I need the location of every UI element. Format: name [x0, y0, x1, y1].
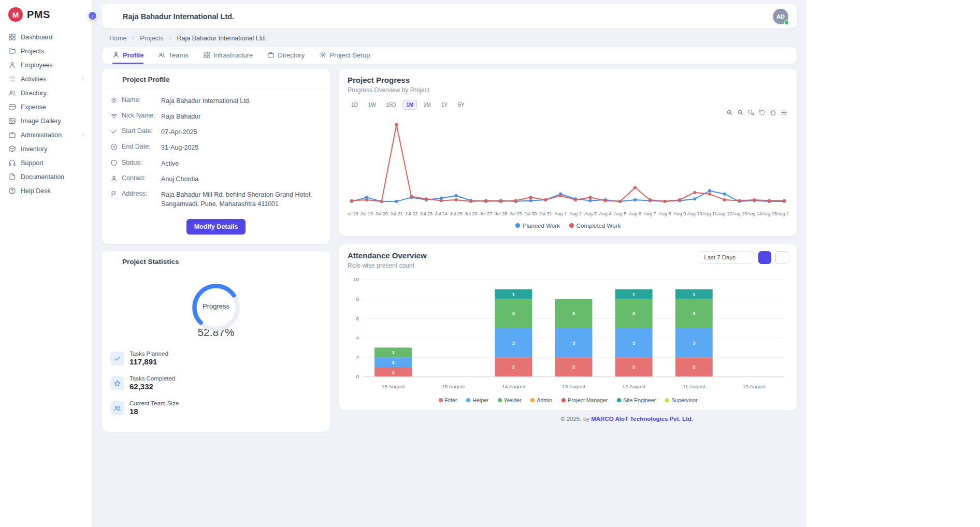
- attendance-bar-chart[interactable]: 024681016 August11115 August14 August233…: [348, 275, 788, 396]
- sidebar-nav: DashboardProjectsEmployeesActivitiesDire…: [0, 30, 92, 198]
- apps-grid-icon[interactable]: [755, 12, 765, 21]
- profile-field-nick-name: Nick Name:Raja Bahadur: [102, 109, 330, 124]
- sidebar-item-expense[interactable]: Expense: [0, 100, 92, 114]
- tab-project-setup[interactable]: Project Setup: [319, 47, 370, 64]
- svg-text:Aug 7: Aug 7: [644, 211, 656, 216]
- range-button-1w[interactable]: 1W: [365, 100, 380, 110]
- sidebar-item-documentation[interactable]: Documentation: [0, 170, 92, 184]
- footer: © 2025, by MARCO AIoT Technologies Pvt. …: [339, 411, 797, 422]
- range-button-5y[interactable]: 5Y: [454, 100, 468, 110]
- menu-icon[interactable]: [781, 109, 787, 116]
- sidebar-item-help-desk[interactable]: Help Desk: [0, 184, 92, 198]
- legend-dot: [561, 398, 566, 402]
- building-icon: [110, 12, 119, 21]
- chart-title: Project Progress: [348, 76, 788, 84]
- stat-label: Current Team Size: [129, 400, 179, 406]
- svg-text:Aug 10: Aug 10: [687, 211, 702, 216]
- legend-label: Project Manager: [568, 397, 608, 403]
- modify-details-button[interactable]: Modify Details: [186, 219, 246, 235]
- chart-title: Attendance Overview: [348, 251, 427, 260]
- stat-value: 62,332: [129, 382, 175, 391]
- legend-label: Planned Work: [523, 223, 560, 229]
- tab-directory[interactable]: Directory: [267, 47, 305, 64]
- legend-item-welder[interactable]: Welder: [498, 397, 521, 403]
- svg-text:1: 1: [512, 291, 515, 297]
- users-icon: [8, 89, 16, 97]
- field-label: Status:: [122, 159, 157, 168]
- date-range-select[interactable]: Last 7 Days: [699, 251, 754, 264]
- sidebar-item-inventory[interactable]: Inventory: [0, 142, 92, 156]
- file-icon: [8, 173, 16, 181]
- topbar-actions: AD: [755, 9, 788, 24]
- range-button-3m[interactable]: 3M: [420, 100, 435, 110]
- zoom-select-icon[interactable]: [748, 109, 755, 116]
- restore-icon[interactable]: [759, 109, 766, 116]
- tab-teams[interactable]: Teams: [158, 47, 188, 64]
- avatar[interactable]: AD: [773, 9, 788, 24]
- breadcrumb-item-projects[interactable]: Projects: [140, 35, 163, 42]
- legend-item-planned-work[interactable]: Planned Work: [515, 223, 560, 229]
- zoom-in-icon[interactable]: [726, 109, 733, 116]
- svg-text:Aug 1: Aug 1: [554, 211, 567, 216]
- svg-text:Jul 21: Jul 21: [390, 211, 402, 216]
- legend-item-fitter[interactable]: Fitter: [439, 397, 457, 403]
- table-view-button[interactable]: [775, 251, 788, 264]
- sidebar-item-label: Image Gallery: [21, 118, 85, 125]
- legend-item-admin[interactable]: Admin: [530, 397, 552, 403]
- legend-item-helper[interactable]: Helper: [466, 397, 488, 403]
- legend-dot: [515, 223, 520, 228]
- legend-item-completed-work[interactable]: Completed Work: [569, 223, 621, 229]
- svg-text:Aug 14: Aug 14: [747, 211, 762, 216]
- progress-line-chart[interactable]: Jul 18Jul 19Jul 20Jul 21Jul 22Jul 23Jul …: [348, 117, 788, 221]
- chevron-down-icon[interactable]: [238, 13, 246, 20]
- users-icon: [110, 401, 124, 415]
- range-button-1m[interactable]: 1M: [402, 100, 417, 110]
- check-icon: [110, 128, 118, 135]
- svg-text:2: 2: [512, 364, 515, 370]
- bar-chart-view-button[interactable]: [758, 251, 771, 264]
- svg-text:Aug 3: Aug 3: [584, 211, 597, 216]
- field-label: Name:: [122, 96, 157, 106]
- sidebar-collapse-button[interactable]: ‹: [88, 11, 97, 21]
- sidebar-item-administration[interactable]: Administration: [0, 128, 92, 142]
- sidebar-item-label: Help Desk: [21, 187, 85, 195]
- chart-subtitle: Progress Overview by Project: [348, 86, 788, 94]
- gear-icon: [319, 51, 326, 58]
- svg-text:15 August: 15 August: [442, 383, 465, 389]
- wifi-icon: [110, 112, 118, 120]
- sidebar-item-activities[interactable]: Activities: [0, 72, 92, 86]
- svg-text:Aug 13: Aug 13: [732, 211, 747, 216]
- legend-item-site-engineer[interactable]: Site Engineer: [617, 397, 656, 403]
- footer-link[interactable]: MARCO AIoT Technologies Pvt. Ltd.: [591, 416, 693, 422]
- sidebar-item-directory[interactable]: Directory: [0, 86, 92, 100]
- svg-text:3: 3: [693, 311, 696, 316]
- gauge-label: Progress: [189, 302, 243, 310]
- tab-infrastructure[interactable]: Infrastructure: [203, 47, 253, 64]
- legend-item-supervisor[interactable]: Supervisor: [665, 397, 697, 403]
- sidebar-item-projects[interactable]: Projects: [0, 44, 92, 58]
- breadcrumb-item-home[interactable]: Home: [109, 35, 126, 42]
- content-area: Project Profile Name:Raja Bahadur Intern…: [102, 69, 797, 432]
- sidebar-item-employees[interactable]: Employees: [0, 58, 92, 72]
- sidebar-item-support[interactable]: Support: [0, 156, 92, 170]
- range-button-1d[interactable]: 1D: [348, 100, 362, 110]
- legend-item-project-manager[interactable]: Project Manager: [561, 397, 608, 403]
- sidebar-item-dashboard[interactable]: Dashboard: [0, 30, 92, 44]
- range-button-1y[interactable]: 1Y: [438, 100, 451, 110]
- tab-profile[interactable]: Profile: [112, 47, 143, 64]
- svg-text:3: 3: [512, 340, 515, 345]
- range-button-15d[interactable]: 15D: [383, 100, 399, 110]
- field-value: Raja Bahadur International Ltd.: [161, 96, 251, 106]
- svg-text:3: 3: [632, 340, 636, 345]
- company-selector[interactable]: Raja Bahadur International Ltd.: [110, 12, 246, 21]
- profile-field-contact: Contact:Anuj Chordia: [102, 171, 330, 187]
- home-icon[interactable]: [770, 109, 776, 116]
- field-value: 07-Apr-2025: [161, 127, 197, 137]
- svg-text:Jul 27: Jul 27: [480, 211, 492, 216]
- chevron-right-icon: [80, 76, 85, 82]
- users-icon: [158, 51, 165, 58]
- sidebar-item-image-gallery[interactable]: Image Gallery: [0, 114, 92, 128]
- company-name[interactable]: Raja Bahadur International Ltd.: [123, 12, 234, 21]
- zoom-out-icon[interactable]: [737, 109, 744, 116]
- app-logo[interactable]: M PMS: [0, 0, 92, 30]
